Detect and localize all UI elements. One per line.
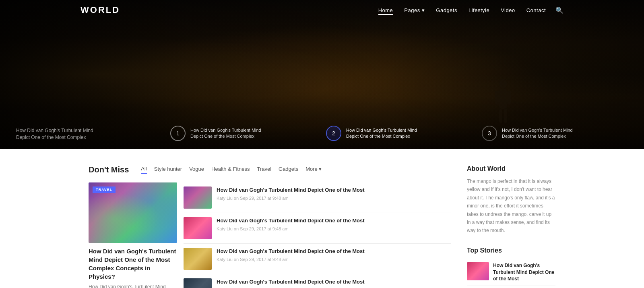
featured-article-excerpt: How Did van Gogh's Turbulent Mind Depict…: [89, 283, 177, 288]
site-logo: WORLD: [80, 5, 120, 15]
top-stories-title: Top Stories: [467, 247, 555, 254]
nav-links: Home Pages ▾ Gadgets Lifestyle Video Con…: [378, 6, 546, 14]
content-left: Don't Miss All Style hunter Vogue Health…: [89, 165, 451, 288]
list-item: How Did van Gogh's Turbulent Mind Depict…: [184, 213, 451, 244]
featured-article-title: How Did van Gogh's Turbulent Mind Depict…: [89, 247, 177, 281]
list-item: How Did van Gogh's Turbulent Mind Depict…: [184, 182, 451, 213]
slide-text-1: How Did van Gogh's Turbulent Mind Depict…: [190, 127, 261, 140]
article-list-meta: Katy Liu on Sep 29, 2017 at 9:48 am: [217, 257, 451, 262]
svg-point-0: [499, 79, 507, 89]
navbar: WORLD Home Pages ▾ Gadgets Lifestyle Vid…: [0, 0, 644, 20]
slide-circle-1[interactable]: 1: [170, 126, 186, 141]
tab-all[interactable]: All: [141, 166, 147, 174]
hero-captions: How Did van Gogh's Turbulent Mind Depict…: [0, 126, 644, 149]
section-header: Don't Miss All Style hunter Vogue Health…: [89, 165, 451, 174]
tab-vogue[interactable]: Vogue: [189, 166, 204, 174]
nav-gadgets[interactable]: Gadgets: [436, 7, 457, 13]
articles-grid: TRAVEL How Did van Gogh's Turbulent Mind…: [89, 182, 451, 288]
svg-rect-1: [499, 89, 507, 109]
svg-rect-4: [499, 109, 502, 123]
tab-style-hunter[interactable]: Style hunter: [154, 166, 182, 174]
nav-pages[interactable]: Pages ▾: [404, 7, 425, 13]
tab-more[interactable]: More ▾: [305, 166, 322, 174]
tab-gadgets[interactable]: Gadgets: [279, 166, 298, 174]
hero-cap-left: How Did van Gogh's Turbulent Mind Depict…: [16, 127, 161, 141]
slide-text-2: How Did van Gogh's Turbulent Mind Depict…: [346, 127, 417, 140]
article-list-meta: Katy Liu on Sep 29, 2017 at 9:48 am: [217, 196, 451, 201]
featured-article-image: TRAVEL: [89, 182, 177, 243]
article-list-image: [184, 217, 212, 239]
article-list-content: How Did van Gogh's Turbulent Mind Depict…: [217, 278, 451, 288]
article-list-title: How Did van Gogh's Turbulent Mind Depict…: [217, 186, 451, 194]
nav-contact[interactable]: Contact: [526, 7, 546, 13]
article-list-image: [184, 278, 212, 288]
hero-cap-line2: Depict One of the Most Complex: [16, 134, 153, 141]
svg-rect-2: [495, 91, 499, 105]
article-list-content: How Did van Gogh's Turbulent Mind Depict…: [217, 217, 451, 231]
article-badge: TRAVEL: [93, 186, 116, 193]
list-item: How Did van Gogh's Turbulent Mind Depict…: [184, 244, 451, 274]
slide-text-3: How Did van Gogh's Turbulent Mind Depict…: [502, 127, 573, 140]
article-list-image: [184, 186, 212, 209]
sidebar: About World The mango is perfect in that…: [467, 165, 555, 288]
search-icon[interactable]: 🔍: [555, 6, 564, 14]
sidebar-about: About World The mango is perfect in that…: [467, 165, 555, 235]
sidebar-top-stories: Top Stories How Did van Gogh's Turbulent…: [467, 247, 555, 288]
nav-lifestyle[interactable]: Lifestyle: [469, 7, 489, 13]
article-list-image: [184, 248, 212, 270]
featured-article: TRAVEL How Did van Gogh's Turbulent Mind…: [89, 182, 177, 288]
main-content: Don't Miss All Style hunter Vogue Health…: [80, 149, 564, 288]
article-list-title: How Did van Gogh's Turbulent Mind Depict…: [217, 248, 451, 255]
article-list-title: How Did van Gogh's Turbulent Mind Depict…: [217, 278, 451, 286]
top-story-image: [467, 262, 489, 280]
sidebar-about-text: The mango is perfect in that it is alway…: [467, 177, 555, 235]
tab-travel[interactable]: Travel: [257, 166, 271, 174]
hero-section: How Did van Gogh's Turbulent Mind Depict…: [0, 0, 644, 149]
article-list-meta: Katy Liu on Sep 29, 2017 at 9:48 am: [217, 226, 451, 231]
top-story-text: How Did van Gogh's Turbulent Mind Depict…: [493, 262, 555, 282]
slide-circle-3[interactable]: 3: [482, 126, 497, 141]
nav-video[interactable]: Video: [501, 7, 515, 13]
top-story-item: How Did van Gogh's Turbulent Mind Depict…: [467, 259, 555, 286]
hero-slide-2[interactable]: 2 How Did van Gogh's Turbulent Mind Depi…: [316, 126, 472, 141]
sidebar-about-title: About World: [467, 165, 555, 172]
slide-circle-2[interactable]: 2: [326, 126, 341, 141]
svg-rect-3: [507, 91, 511, 105]
article-list-title: How Did van Gogh's Turbulent Mind Depict…: [217, 217, 451, 224]
article-list-content: How Did van Gogh's Turbulent Mind Depict…: [217, 186, 451, 201]
article-list-content: How Did van Gogh's Turbulent Mind Depict…: [217, 248, 451, 262]
hero-slide-1[interactable]: 1 How Did van Gogh's Turbulent Mind Depi…: [161, 126, 316, 141]
tab-health-fitness[interactable]: Health & Fitness: [211, 166, 250, 174]
hero-cap-line1: How Did van Gogh's Turbulent Mind: [16, 127, 153, 134]
top-story-item: How Did van Gogh's Turbulent Mind Depict…: [467, 286, 555, 288]
filter-tabs: All Style hunter Vogue Health & Fitness …: [141, 166, 322, 174]
section-title: Don't Miss: [89, 165, 129, 174]
svg-rect-5: [504, 109, 507, 123]
list-item: How Did van Gogh's Turbulent Mind Depict…: [184, 274, 451, 288]
nav-home[interactable]: Home: [378, 7, 393, 15]
articles-list: How Did van Gogh's Turbulent Mind Depict…: [184, 182, 451, 288]
hero-slide-3[interactable]: 3 How Did van Gogh's Turbulent Mind Depi…: [472, 126, 628, 141]
